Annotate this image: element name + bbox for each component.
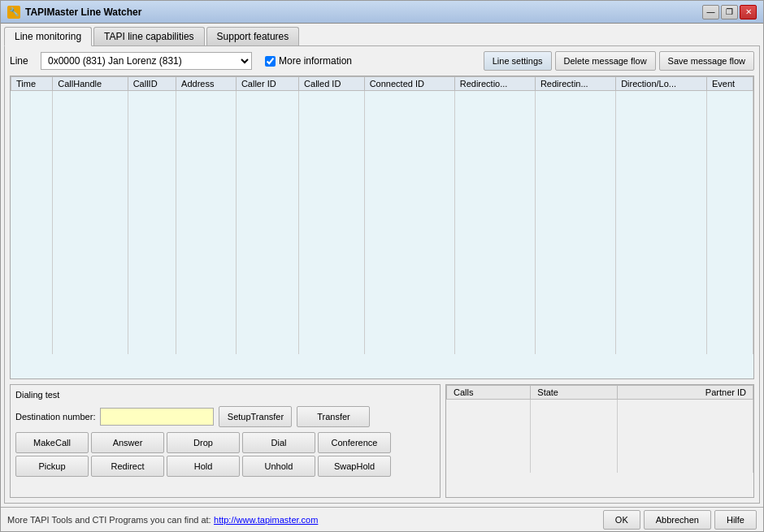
status-text: More TAPI Tools and CTI Programs you can… (7, 515, 211, 525)
tab-line-monitoring[interactable]: Line monitoring (4, 27, 92, 46)
col-address: Address (176, 77, 237, 91)
table-cell (535, 91, 615, 106)
table-cell (616, 340, 707, 354)
tab-content: Line 0x0000 (831) Jan Lorenz (831) More … (4, 45, 760, 504)
table-cell (176, 106, 237, 120)
answer-button[interactable]: Answer (91, 432, 164, 453)
unhold-button[interactable]: Unhold (242, 456, 315, 477)
col-callid: CallID (128, 77, 176, 91)
table-cell (299, 149, 365, 164)
table-cell (128, 120, 176, 135)
table-cell (454, 340, 535, 354)
line-select[interactable]: 0x0000 (831) Jan Lorenz (831) (41, 52, 252, 70)
table-cell (707, 266, 753, 281)
app-icon: 🔧 (7, 6, 20, 19)
make-call-button[interactable]: MakeCall (15, 432, 89, 453)
col-called-id: Called ID (299, 77, 365, 91)
main-window: 🔧 TAPIMaster Line Watcher — ❐ ✕ Line mon… (0, 0, 764, 532)
minimize-button[interactable]: — (702, 5, 719, 19)
ok-button[interactable]: OK (603, 510, 640, 530)
col-redirectin: Redirectin... (535, 77, 615, 91)
table-cell (128, 340, 176, 354)
table-row (11, 135, 753, 149)
cancel-button[interactable]: Abbrechen (644, 510, 711, 530)
table-cell (616, 325, 707, 340)
table-cell (364, 237, 454, 252)
table-cell (364, 310, 454, 325)
table-cell (707, 120, 753, 135)
table-cell (176, 296, 237, 310)
col-calls: Calls (447, 386, 531, 400)
tab-bar: Line monitoring TAPI line capabilities S… (4, 27, 760, 46)
title-bar: 🔧 TAPIMaster Line Watcher — ❐ ✕ (1, 1, 763, 24)
setup-transfer-button[interactable]: SetupTransfer (219, 406, 292, 427)
bottom-section: Dialing test Destination number: SetupTr… (10, 384, 754, 498)
table-cell (364, 106, 454, 120)
table-cell (176, 325, 237, 340)
table-cell (299, 164, 365, 179)
table-cell (236, 135, 298, 149)
table-cell (299, 208, 365, 223)
pickup-button[interactable]: Pickup (15, 456, 89, 477)
table-cell (707, 91, 753, 106)
table-cell (707, 325, 753, 340)
calls-cell (531, 414, 617, 429)
table-cell (53, 310, 128, 325)
tab-tapi-capabilities[interactable]: TAPI line capabilities (93, 27, 205, 46)
table-cell (11, 340, 53, 354)
hold-button[interactable]: Hold (167, 456, 240, 477)
table-cell (535, 164, 615, 179)
table-cell (128, 149, 176, 164)
close-button[interactable]: ✕ (740, 5, 757, 19)
line-row: Line 0x0000 (831) Jan Lorenz (831) More … (10, 51, 754, 71)
table-cell (11, 252, 53, 266)
dial-button[interactable]: Dial (242, 432, 315, 453)
table-cell (128, 164, 176, 179)
table-cell (128, 223, 176, 237)
table-cell (236, 325, 298, 340)
line-label: Line (10, 55, 34, 67)
restore-button[interactable]: ❐ (721, 5, 738, 19)
table-cell (236, 106, 298, 120)
table-cell (11, 91, 53, 106)
transfer-button[interactable]: Transfer (297, 406, 370, 427)
table-cell (707, 310, 753, 325)
table-cell (11, 120, 53, 135)
table-cell (454, 223, 535, 237)
table-cell (535, 310, 615, 325)
line-settings-button[interactable]: Line settings (484, 51, 552, 71)
table-cell (535, 296, 615, 310)
tab-support-features[interactable]: Support features (206, 27, 300, 46)
calls-header-row: Calls State Partner ID (447, 386, 753, 400)
dest-input[interactable] (100, 408, 214, 426)
table-cell (53, 106, 128, 120)
conference-button[interactable]: Conference (318, 432, 391, 453)
table-cell (454, 325, 535, 340)
calls-row (447, 429, 753, 443)
redirect-button[interactable]: Redirect (91, 456, 164, 477)
status-link[interactable]: http://www.tapimaster.com (214, 515, 318, 525)
table-cell (236, 208, 298, 223)
table-cell (128, 91, 176, 106)
swaphold-button[interactable]: SwapHold (318, 456, 391, 477)
help-button[interactable]: Hilfe (714, 510, 757, 530)
table-cell (128, 325, 176, 340)
calls-cell (531, 443, 617, 458)
more-info-label: More information (279, 55, 352, 67)
table-cell (616, 120, 707, 135)
table-cell (236, 120, 298, 135)
table-cell (707, 149, 753, 164)
col-state: State (531, 386, 617, 400)
more-info-checkbox-label[interactable]: More information (265, 55, 352, 67)
more-info-checkbox[interactable] (265, 56, 276, 67)
table-cell (535, 149, 615, 164)
table-cell (11, 135, 53, 149)
table-cell (299, 135, 365, 149)
table-cell (236, 164, 298, 179)
table-cell (616, 106, 707, 120)
table-cell (535, 237, 615, 252)
delete-message-flow-button[interactable]: Delete message flow (555, 51, 656, 71)
save-message-flow-button[interactable]: Save message flow (659, 51, 754, 71)
drop-button[interactable]: Drop (167, 432, 240, 453)
table-cell (299, 296, 365, 310)
